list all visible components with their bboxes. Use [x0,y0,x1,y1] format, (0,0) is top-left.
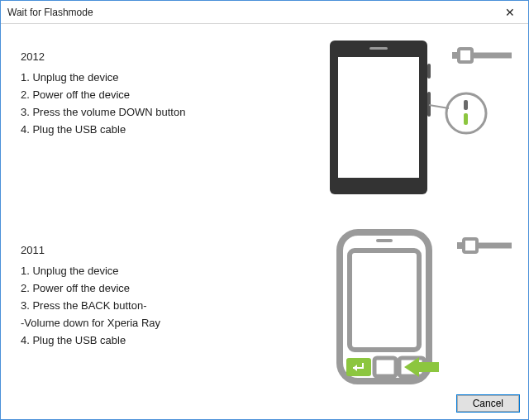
step-text: 1. Unplug the device [21,71,302,84]
svg-line-11 [429,105,449,108]
svg-rect-18 [419,362,439,372]
svg-rect-2 [369,47,388,50]
svg-rect-13 [350,251,419,350]
step-text: 3. Press the BACK button- [21,299,302,312]
svg-rect-1 [338,57,419,178]
instructions-2011: 2011 1. Unplug the device 2. Power off t… [21,227,302,351]
content-area: 2012 1. Unplug the device 2. Power off t… [1,24,528,384]
close-icon: ✕ [505,6,515,19]
step-text: 2. Power off the device [21,88,302,101]
footer: Cancel [457,395,519,412]
cancel-button[interactable]: Cancel [457,395,519,412]
illustration-2012 [322,34,512,199]
step-text: 1. Unplug the device [21,265,302,277]
svg-rect-10 [464,113,468,125]
svg-rect-20 [464,239,477,252]
svg-rect-6 [459,49,472,62]
instructions-2012: 2012 1. Unplug the device 2. Power off t… [21,34,302,141]
svg-rect-4 [427,92,431,117]
illustration-2011 [322,227,512,393]
step-text: 2. Power off the device [21,282,302,294]
svg-rect-14 [376,239,393,242]
step-text: 4. Plug the USB cable [21,334,302,346]
year-label-2012: 2012 [21,50,302,63]
year-label-2011: 2011 [21,244,302,256]
step-text: -Volume down for Xperia Ray [21,317,302,329]
section-2012: 2012 1. Unplug the device 2. Power off t… [21,34,512,199]
titlebar: Wait for Flashmode ✕ [1,1,528,24]
close-button[interactable]: ✕ [492,1,528,24]
phone-2011-icon [322,227,512,393]
step-text: 4. Plug the USB cable [21,123,302,136]
svg-rect-7 [452,52,460,59]
section-2011: 2011 1. Unplug the device 2. Power off t… [21,227,512,393]
phone-2012-icon [322,34,512,199]
window-title: Wait for Flashmode [7,7,93,18]
svg-rect-9 [464,100,468,110]
svg-rect-16 [374,358,396,376]
step-text: 3. Press the volume DOWN button [21,106,302,118]
svg-rect-21 [457,242,465,249]
svg-rect-3 [427,64,431,79]
